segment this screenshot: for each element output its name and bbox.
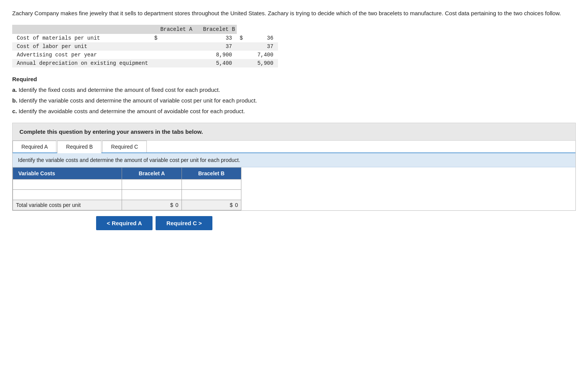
required-item: a. Identify the fixed costs and determin… xyxy=(12,85,576,95)
dollar-b xyxy=(237,51,244,59)
cost-row: Advertising cost per year 8,900 7,400 xyxy=(12,51,278,59)
intro-text: Zachary Company makes fine jewelry that … xyxy=(12,9,576,18)
var-cost-a[interactable] xyxy=(122,179,182,189)
nav-buttons: < Required A Required C > xyxy=(96,216,576,230)
total-val-b: $ 0 xyxy=(182,200,241,210)
col-bracelet-b: Bracelet B xyxy=(182,167,241,179)
val-b: 7,400 xyxy=(244,51,278,59)
cost-label: Advertising cost per year xyxy=(12,51,151,59)
var-cost-a-input[interactable] xyxy=(125,181,178,188)
dollar-a xyxy=(151,59,194,67)
val-b: 5,900 xyxy=(244,59,278,67)
var-cost-label-input[interactable] xyxy=(16,192,119,198)
cost-row: Annual depreciation on existing equipmen… xyxy=(12,59,278,67)
var-cost-label xyxy=(13,179,122,189)
tabs-area: Required ARequired BRequired C Identify … xyxy=(12,141,576,211)
tab-instruction: Identify the variable costs and determin… xyxy=(13,153,575,167)
total-val-a: $ 0 xyxy=(122,200,182,210)
dollar-b xyxy=(237,42,244,51)
var-cost-b[interactable] xyxy=(182,189,241,200)
total-label: Total variable costs per unit xyxy=(13,200,122,210)
var-cost-b-input[interactable] xyxy=(185,192,238,198)
total-a-value: 0 xyxy=(175,202,178,208)
required-section: Required a. Identify the fixed costs and… xyxy=(12,76,576,116)
val-b: 36 xyxy=(244,34,278,42)
cost-label: Cost of labor per unit xyxy=(12,42,151,51)
dollar-a xyxy=(151,42,194,51)
dollar-b: $ xyxy=(230,202,233,208)
answer-table-wrapper: Variable Costs Bracelet A Bracelet B xyxy=(13,167,575,210)
total-b-value: 0 xyxy=(235,202,238,208)
val-a: 33 xyxy=(194,34,236,42)
header-bracelet-b: Bracelet B xyxy=(194,25,236,34)
var-cost-label xyxy=(13,189,122,200)
cost-label: Cost of materials per unit xyxy=(12,34,151,42)
tab-panel: Identify the variable costs and determin… xyxy=(13,153,575,210)
required-item: b. Identify the variable costs and deter… xyxy=(12,96,576,105)
dollar-a xyxy=(151,51,194,59)
val-b: 37 xyxy=(244,42,278,51)
dollar-b: $ xyxy=(237,34,244,42)
tabs-row: Required ARequired BRequired C xyxy=(13,141,575,153)
variable-cost-row xyxy=(13,179,241,189)
var-cost-b[interactable] xyxy=(182,179,241,189)
header-bracelet-a: Bracelet A xyxy=(151,25,194,34)
dollar-b xyxy=(237,59,244,67)
required-item: c. Identify the avoidable costs and dete… xyxy=(12,107,576,116)
prev-button[interactable]: < Required A xyxy=(96,216,153,230)
dollar-a: $ xyxy=(170,202,173,208)
cost-table: Bracelet A Bracelet B Cost of materials … xyxy=(12,25,278,67)
total-row: Total variable costs per unit $ 0 $ 0 xyxy=(13,200,241,210)
col-variable-costs: Variable Costs xyxy=(13,167,122,179)
variable-cost-row xyxy=(13,189,241,200)
col-bracelet-a: Bracelet A xyxy=(122,167,182,179)
val-a: 8,900 xyxy=(194,51,236,59)
variable-costs-table: Variable Costs Bracelet A Bracelet B xyxy=(13,167,241,210)
dollar-a: $ xyxy=(151,34,194,42)
var-cost-b-input[interactable] xyxy=(185,181,238,188)
var-cost-a[interactable] xyxy=(122,189,182,200)
var-cost-label-input[interactable] xyxy=(16,181,119,188)
tab-required-b[interactable]: Required B xyxy=(57,141,101,153)
val-a: 5,400 xyxy=(194,59,236,67)
val-a: 37 xyxy=(194,42,236,51)
required-heading: Required xyxy=(12,76,576,82)
tab-required-a[interactable]: Required A xyxy=(13,141,56,152)
cost-label: Annual depreciation on existing equipmen… xyxy=(12,59,151,67)
tab-required-c[interactable]: Required C xyxy=(102,141,147,152)
var-cost-a-input[interactable] xyxy=(125,192,178,198)
next-button[interactable]: Required C > xyxy=(156,216,212,230)
complete-box: Complete this question by entering your … xyxy=(12,123,576,141)
cost-row: Cost of materials per unit $ 33 $ 36 xyxy=(12,34,278,42)
cost-row: Cost of labor per unit 37 37 xyxy=(12,42,278,51)
